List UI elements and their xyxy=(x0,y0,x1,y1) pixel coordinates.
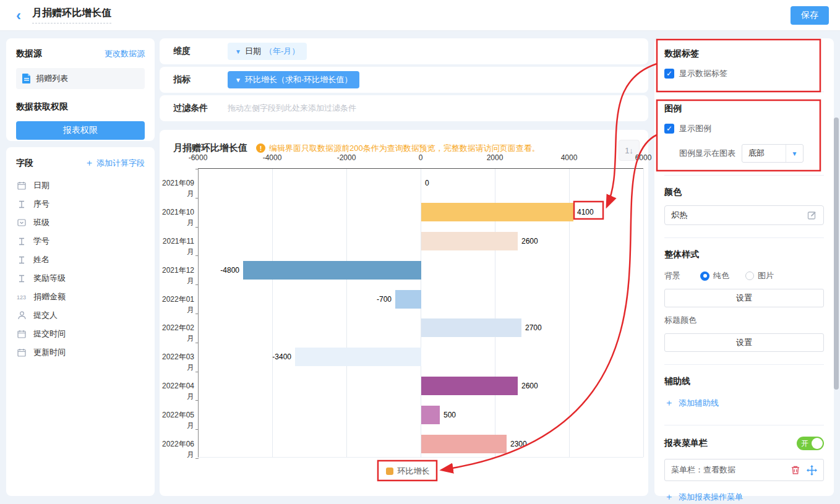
legend[interactable]: 环比增长 xyxy=(380,462,435,480)
y-axis-tick xyxy=(195,227,199,228)
warning-icon: ! xyxy=(256,143,265,153)
menu-toggle[interactable]: 开 xyxy=(797,437,824,450)
bar-2021年11月[interactable] xyxy=(421,232,518,250)
x-tick-label: 0 xyxy=(419,153,423,162)
data-label: 2700 xyxy=(525,323,542,332)
divider xyxy=(664,175,824,176)
field-item-3[interactable]: 学号 xyxy=(16,232,145,250)
field-item-8[interactable]: 提交时间 xyxy=(16,325,145,343)
add-report-menu-link[interactable]: ＋ 添加报表操作菜单 xyxy=(664,491,824,503)
divider xyxy=(664,425,824,425)
chevron-down-icon: ▼ xyxy=(235,77,241,83)
save-button[interactable]: 保存 xyxy=(791,6,829,25)
number-icon: 123 xyxy=(16,293,27,301)
y-axis-tick xyxy=(195,400,199,401)
x-tick-label: 2000 xyxy=(487,153,504,162)
text-icon xyxy=(16,200,27,208)
chart-card: 月捐赠环比增长值 ! 编辑界面只取数据源前200条作为查询数据预览，完整数据请访… xyxy=(160,130,648,496)
auxline-section-title: 辅助线 xyxy=(664,376,824,387)
legend-position-label: 图例显示在图表 xyxy=(679,148,735,159)
toggle-on-label: 开 xyxy=(801,438,808,449)
field-item-9[interactable]: 更新时间 xyxy=(16,343,145,362)
field-item-4[interactable]: 姓名 xyxy=(16,250,145,269)
bar-2022年03月[interactable] xyxy=(295,348,421,366)
metric-pill[interactable]: ▼ 环比增长（求和-环比增长值） xyxy=(228,71,359,88)
change-datasource-link[interactable]: 更改数据源 xyxy=(105,48,145,59)
select-icon xyxy=(16,218,27,227)
category-label: 2021年12月 xyxy=(160,265,194,286)
settings-panel: 数据标签 ✓ 显示数据标签 图例 ✓ 显示图例 图例显示在图表 底部 ▼ 颜色 … xyxy=(654,38,834,496)
datasource-name: 捐赠列表 xyxy=(36,73,68,84)
bar-2021年10月[interactable] xyxy=(421,203,573,221)
datasource-title: 数据源 xyxy=(16,48,42,59)
color-scheme-input[interactable]: 炽热 xyxy=(664,205,824,225)
x-tick-label: 4000 xyxy=(561,153,578,162)
calendar-icon xyxy=(16,348,27,357)
data-label: 2600 xyxy=(521,237,538,246)
category-label: 2022年05月 xyxy=(160,410,194,431)
x-tick-label: -4000 xyxy=(263,153,282,162)
background-settings-button[interactable]: 设置 xyxy=(664,289,824,307)
edit-icon[interactable] xyxy=(807,210,817,220)
bar-2022年02月[interactable] xyxy=(421,318,521,337)
field-label: 提交人 xyxy=(33,310,58,321)
category-label: 2022年04月 xyxy=(160,381,194,402)
gridline xyxy=(643,169,644,457)
menu-item-row[interactable]: 菜单栏：查看数据 xyxy=(664,459,824,481)
bar-2021年12月[interactable] xyxy=(243,261,421,280)
field-label: 日期 xyxy=(33,180,49,191)
y-axis-tick xyxy=(195,255,199,256)
data-label: 2600 xyxy=(521,382,538,390)
trash-icon[interactable] xyxy=(791,465,800,475)
chevron-down-icon: ▼ xyxy=(235,48,241,55)
add-calc-field-link[interactable]: ＋ 添加计算字段 xyxy=(85,157,145,169)
checkbox-checked-icon: ✓ xyxy=(664,69,674,79)
radio-selected-icon xyxy=(700,271,709,281)
scrollbar-thumb[interactable] xyxy=(834,117,839,390)
bar-2022年05月[interactable] xyxy=(421,406,440,424)
data-label: 500 xyxy=(444,411,456,419)
title-color-label: 标题颜色 xyxy=(664,315,824,326)
data-label: 2300 xyxy=(510,440,527,448)
bar-2022年01月[interactable] xyxy=(395,290,421,309)
move-icon[interactable] xyxy=(807,465,817,476)
metric-value: 环比增长（求和-环比增长值） xyxy=(245,74,352,85)
filter-row[interactable]: 过滤条件 拖动左侧字段到此处来添加过滤条件 xyxy=(160,95,648,121)
field-item-0[interactable]: 日期 xyxy=(16,176,145,195)
field-label: 姓名 xyxy=(33,254,49,265)
bar-2022年06月[interactable] xyxy=(421,435,507,453)
legend-swatch xyxy=(386,468,393,475)
dimension-value: 日期 xyxy=(245,46,261,57)
datasource-item[interactable]: 捐赠列表 xyxy=(16,68,145,89)
field-item-5[interactable]: 奖励等级 xyxy=(16,269,145,288)
show-legend-checkbox[interactable]: ✓ 显示图例 xyxy=(664,123,824,134)
field-label: 学号 xyxy=(33,236,49,247)
radio-solid-color[interactable]: 纯色 xyxy=(700,270,729,281)
legend-label: 环比增长 xyxy=(398,466,430,477)
field-label: 班级 xyxy=(33,217,49,228)
legend-position-select[interactable]: 底部 ▼ xyxy=(742,144,804,163)
field-item-2[interactable]: 班级 xyxy=(16,213,145,232)
data-label: -700 xyxy=(377,295,392,304)
dimension-pill[interactable]: ▼ 日期 （年-月） xyxy=(228,43,307,60)
field-item-6[interactable]: 123捐赠金额 xyxy=(16,288,145,306)
datasource-card: 数据源 更改数据源 捐赠列表 数据获取权限 报表权限 xyxy=(6,38,155,141)
field-item-1[interactable]: 序号 xyxy=(16,195,145,213)
plot-area: 041002600-4800-7002700-340026005002300 xyxy=(198,168,643,458)
back-icon[interactable]: ‹ xyxy=(16,9,21,22)
field-item-7[interactable]: 提交人 xyxy=(16,306,145,325)
color-scheme-value: 炽热 xyxy=(671,210,807,221)
category-label: 2022年06月 xyxy=(160,439,194,460)
report-permission-button[interactable]: 报表权限 xyxy=(16,121,145,140)
dimension-label: 维度 xyxy=(173,46,228,57)
show-data-label-checkbox[interactable]: ✓ 显示数据标签 xyxy=(664,68,824,79)
add-auxline-link[interactable]: ＋ 添加辅助线 xyxy=(664,397,824,409)
bar-2022年04月[interactable] xyxy=(421,377,518,395)
y-axis-tick xyxy=(195,458,199,459)
permission-title: 数据获取权限 xyxy=(16,101,145,113)
document-icon xyxy=(22,74,31,83)
plus-icon: ＋ xyxy=(664,491,674,503)
legend-position-value: 底部 xyxy=(742,148,786,159)
radio-image[interactable]: 图片 xyxy=(745,270,774,281)
title-color-settings-button[interactable]: 设置 xyxy=(664,333,824,352)
